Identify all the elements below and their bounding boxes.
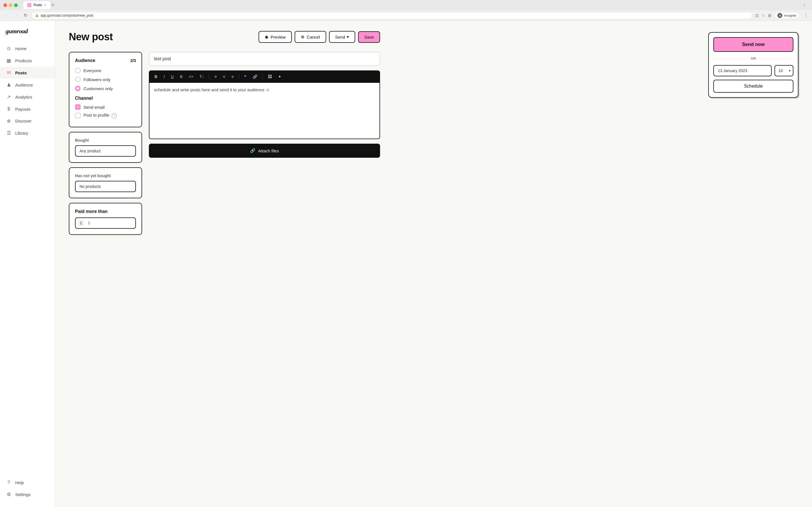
quote-button[interactable]: ❝ — [243, 73, 248, 80]
radio-label-everyone: Everyone — [84, 68, 101, 73]
reload-button[interactable]: ↻ — [22, 11, 29, 19]
editor-body[interactable]: schedule and write posts here and send i… — [149, 83, 380, 139]
editor-panel: B I U S <> T↓ ≡ ≡ ≡ ❝ 🔗 🖼 — [149, 52, 380, 158]
schedule-date-input[interactable] — [713, 65, 772, 76]
unordered-list-button[interactable]: ≡ — [221, 73, 227, 80]
schedule-button[interactable]: Schedule — [713, 80, 794, 93]
radio-customers[interactable]: Customers only — [75, 86, 136, 91]
ordered-list-button[interactable]: ≡ — [213, 73, 218, 80]
subscript-button[interactable]: T↓ — [198, 73, 206, 80]
sidebar-item-analytics[interactable]: ↗ Analytics — [0, 91, 55, 103]
bold-button[interactable]: B — [153, 73, 159, 80]
address-input[interactable]: 🔒 app.gumroad.com/posts#new_post — [31, 12, 753, 19]
tab-close-button[interactable]: × — [44, 3, 46, 7]
incognito-label: Incognito — [784, 14, 797, 17]
sidebar-logo: gumroad — [0, 27, 55, 43]
sidebar: gumroad ⊙ Home ▦ Products ✉ Posts ♟ Audi… — [0, 21, 55, 507]
tab-title: Posts — [34, 3, 42, 7]
send-label: Send — [335, 35, 345, 40]
discover-icon: ⊕ — [6, 118, 12, 124]
checkbox-email[interactable]: ✓ Send email — [75, 104, 136, 110]
sidebar-item-help[interactable]: ? Help — [0, 477, 55, 488]
align-button[interactable]: ≡ — [230, 73, 236, 80]
incognito-button[interactable]: 🕵 Incognito — [774, 12, 800, 19]
has-not-bought-section: Has not yet bought No products — [69, 167, 142, 198]
sidebar-label-home: Home — [15, 46, 27, 51]
cancel-button[interactable]: ⊗ Cancel — [295, 31, 326, 43]
audience-section-header: Audience 2/3 — [75, 58, 136, 63]
channel-section: Channel ✓ Send email Post to profil — [75, 96, 136, 118]
strikethrough-button[interactable]: S — [178, 73, 184, 80]
sidebar-item-library[interactable]: ☰ Library — [0, 127, 55, 139]
maximize-window-button[interactable] — [14, 3, 18, 7]
cast-icon[interactable]: ⊡ — [755, 13, 759, 18]
link-button[interactable]: 🔗 — [251, 73, 259, 80]
paid-more-section: Paid more than £ — [69, 203, 142, 235]
send-now-button[interactable]: Send now — [713, 37, 794, 52]
sidebar-label-audience: Audience — [15, 82, 33, 87]
send-button[interactable]: Send ▾ — [329, 31, 355, 43]
sidebar-item-posts[interactable]: ✉ Posts — [0, 67, 55, 78]
products-icon: ▦ — [6, 58, 12, 64]
new-tab-button[interactable]: + — [51, 2, 54, 8]
has-not-bought-select[interactable]: No products — [75, 181, 136, 192]
radio-circle-customers — [75, 86, 81, 91]
paid-currency: £ — [79, 220, 84, 226]
browser-menu-icon[interactable]: ⋮ — [804, 12, 809, 18]
sidebar-label-payouts: Payouts — [15, 107, 31, 112]
page-title: New post — [69, 31, 113, 43]
sidebar-item-payouts[interactable]: $ Payouts — [0, 103, 55, 115]
payouts-icon: $ — [6, 106, 12, 112]
home-icon: ⊙ — [6, 46, 12, 52]
underline-button[interactable]: U — [169, 73, 175, 80]
incognito-avatar: 🕵 — [777, 13, 782, 18]
main-content: New post ◉ Preview ⊗ Cancel Send ▾ — [55, 21, 812, 507]
cancel-icon: ⊗ — [301, 34, 305, 40]
sidebar-item-products[interactable]: ▦ Products — [0, 55, 55, 66]
save-label: Save — [364, 35, 374, 40]
sparkle-button[interactable]: ✦ — [276, 73, 283, 80]
bought-title: Bought — [75, 138, 136, 143]
library-icon: ☰ — [6, 130, 12, 136]
browser-tab[interactable]: G Posts × — [23, 1, 50, 9]
preview-button[interactable]: ◉ Preview — [259, 31, 292, 43]
cancel-label: Cancel — [307, 35, 320, 40]
save-button[interactable]: Save — [358, 31, 380, 43]
radio-label-customers: Customers only — [84, 86, 113, 91]
sidebar-label-analytics: Analytics — [15, 95, 32, 100]
audience-count: 2/3 — [131, 58, 136, 63]
sidebar-item-audience[interactable]: ♟ Audience — [0, 79, 55, 91]
sidebar-item-settings[interactable]: ⚙ Settings — [0, 489, 55, 500]
minimize-window-button[interactable] — [9, 3, 12, 7]
radio-followers[interactable]: Followers only — [75, 76, 136, 82]
sidebar-label-help: Help — [15, 480, 24, 485]
bought-section: Bought Any product — [69, 132, 142, 163]
bookmark-icon[interactable]: ☆ — [762, 13, 765, 18]
sidebar-item-discover[interactable]: ⊕ Discover — [0, 115, 55, 127]
attach-icon: 🔗 — [250, 148, 255, 153]
help-badge-profile[interactable]: ? — [112, 113, 117, 118]
preview-label: Preview — [271, 35, 286, 40]
window-menu-icon[interactable]: ⋮ — [802, 3, 806, 7]
radio-everyone[interactable]: Everyone — [75, 68, 136, 73]
checkbox-profile[interactable]: Post to profile ? — [75, 113, 136, 118]
close-window-button[interactable] — [3, 3, 7, 7]
attach-files-button[interactable]: 🔗 Attach files — [149, 144, 380, 158]
italic-button[interactable]: I — [162, 73, 166, 80]
image-button[interactable]: 🖼 — [266, 73, 273, 80]
paid-more-input[interactable] — [75, 217, 136, 229]
back-button[interactable]: ← — [3, 12, 10, 19]
code-button[interactable]: <> — [187, 73, 195, 80]
settings-icon: ⚙ — [6, 492, 12, 497]
forward-button[interactable]: → — [13, 12, 20, 19]
url-text: app.gumroad.com/posts#new_post — [41, 13, 93, 17]
subject-input[interactable] — [149, 52, 380, 66]
bought-product-select[interactable]: Any product — [75, 145, 136, 157]
time-select[interactable]: 10 11 12 13 14 — [774, 65, 794, 76]
sidebar-label-posts: Posts — [15, 70, 27, 75]
address-bar: ← → ↻ 🔒 app.gumroad.com/posts#new_post ⊡… — [0, 10, 812, 21]
paid-input-wrapper: £ — [75, 217, 136, 229]
extensions-icon[interactable]: ⊞ — [768, 13, 771, 18]
sidebar-item-home[interactable]: ⊙ Home — [0, 43, 55, 54]
sidebar-label-library: Library — [15, 131, 28, 135]
